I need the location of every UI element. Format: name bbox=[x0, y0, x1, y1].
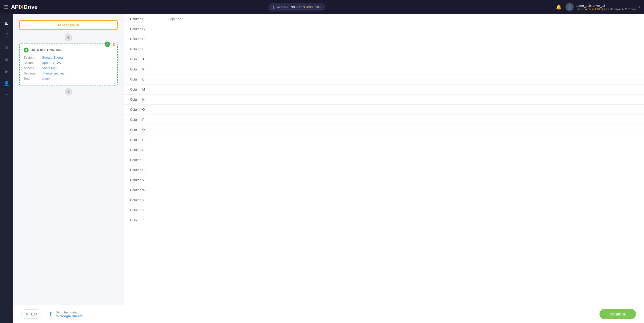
column-row: Column Q bbox=[124, 125, 644, 135]
sidebar-item-integrations[interactable]: ⚙ bbox=[2, 54, 12, 64]
avatar: 👤 bbox=[566, 3, 574, 11]
sidebar-item-billing[interactable]: $ bbox=[2, 42, 12, 52]
access-label: Access bbox=[24, 66, 40, 70]
card-row-test: Test check bbox=[24, 77, 113, 80]
card-delete-icon[interactable]: 🗑 bbox=[111, 42, 117, 47]
column-row: Column P bbox=[124, 115, 644, 125]
column-row: Column O bbox=[124, 105, 644, 115]
column-name: Column Y bbox=[130, 208, 170, 212]
info-icon: ℹ bbox=[273, 5, 274, 10]
logo-api: API bbox=[11, 4, 20, 10]
hamburger-icon[interactable]: ☰ bbox=[4, 4, 8, 10]
sidebar-item-video[interactable]: ▶ bbox=[2, 66, 12, 76]
system-value[interactable]: Google Sheets bbox=[42, 56, 63, 59]
column-name: Column L bbox=[130, 77, 170, 81]
column-name: Column S bbox=[130, 148, 170, 152]
logo: APIXDrive bbox=[11, 4, 37, 10]
logo-x: X bbox=[20, 4, 24, 10]
card-row-action: Action Update ROW bbox=[24, 61, 113, 65]
settings-label: Settings bbox=[24, 71, 40, 75]
column-name: Column O bbox=[130, 108, 170, 111]
edit-icon: ✏ bbox=[26, 312, 29, 316]
column-name: Column M bbox=[130, 88, 170, 91]
actions-count: 388 of 100'000 (0%) bbox=[291, 5, 320, 9]
user-details: demo_apix-drive_s3 Plan | Premium PRO | … bbox=[576, 4, 636, 11]
column-row: Column U bbox=[124, 165, 644, 175]
add-button-top[interactable]: + bbox=[65, 34, 72, 42]
chevron-down-icon: ▾ bbox=[638, 5, 640, 9]
source-card: DATA SOURCE bbox=[19, 20, 118, 30]
sidebar-item-help[interactable]: ? bbox=[2, 91, 12, 101]
card-row-system: System Google Sheets bbox=[24, 56, 113, 59]
column-name: Column I bbox=[130, 47, 170, 51]
main-wrapper: DATA SOURCE + ✓ 🗑 3 DATA DESTINATION Sys… bbox=[13, 14, 644, 323]
column-list: Column F opened Column G Column H Column… bbox=[124, 14, 644, 225]
actions-label: Actions: bbox=[277, 5, 289, 9]
card-row-access: Access Andrii Mav bbox=[24, 66, 113, 70]
card-title: DATA DESTINATION bbox=[31, 48, 62, 52]
column-row: Column Y bbox=[124, 205, 644, 215]
source-card-label: DATA SOURCE bbox=[57, 23, 80, 27]
column-name: Column T bbox=[130, 158, 170, 162]
column-row: Column L bbox=[124, 74, 644, 85]
column-name: Column W bbox=[130, 188, 170, 192]
column-name: Column H bbox=[130, 37, 170, 41]
column-name: Column Q bbox=[130, 128, 170, 132]
settings-value[interactable]: change settings bbox=[42, 71, 65, 75]
card-check-icon: ✓ bbox=[105, 42, 110, 47]
column-name: Column Z bbox=[130, 218, 170, 222]
user-menu[interactable]: 👤 demo_apix-drive_s3 Plan | Premium PRO … bbox=[566, 3, 640, 11]
column-row: Column N bbox=[124, 95, 644, 105]
header-right: 🔔 👤 demo_apix-drive_s3 Plan | Premium PR… bbox=[556, 3, 640, 11]
bottom-left: ✏ Edit ⬆ Send test data to Google Sheets bbox=[21, 309, 83, 319]
left-panel: DATA SOURCE + ✓ 🗑 3 DATA DESTINATION Sys… bbox=[13, 14, 124, 323]
main-header: ☰ APIXDrive ℹ Actions: 388 of 100'000 (0… bbox=[0, 0, 644, 14]
card-number: 3 bbox=[24, 48, 29, 53]
column-row: Column F opened bbox=[124, 14, 644, 24]
sidebar-item-profile[interactable]: 👤 bbox=[2, 78, 12, 89]
edit-label: Edit bbox=[31, 312, 37, 316]
add-button-bottom[interactable]: + bbox=[65, 88, 72, 96]
column-row: Column X bbox=[124, 195, 644, 205]
column-row: Column T bbox=[124, 155, 644, 165]
column-name: Column G bbox=[130, 27, 170, 31]
header-left: ☰ APIXDrive bbox=[4, 4, 37, 10]
continue-button[interactable]: Continue bbox=[599, 309, 636, 319]
send-text: Send test data to Google Sheets bbox=[56, 310, 83, 318]
column-row: Column R bbox=[124, 135, 644, 145]
action-value[interactable]: Update ROW bbox=[42, 61, 61, 65]
logo-drive: Drive bbox=[24, 4, 37, 10]
edit-button[interactable]: ✏ Edit bbox=[21, 309, 42, 319]
send-test-button[interactable]: ⬆ Send test data to Google Sheets bbox=[48, 310, 83, 318]
column-row: Column G bbox=[124, 24, 644, 34]
sidebar-item-flows[interactable]: ⠿ bbox=[2, 30, 12, 40]
bell-icon[interactable]: 🔔 bbox=[556, 4, 561, 10]
user-plan: Plan | Premium PRO | left until payment … bbox=[576, 8, 636, 11]
column-name: Column F bbox=[130, 17, 170, 21]
system-label: System bbox=[24, 56, 40, 59]
send-icon: ⬆ bbox=[48, 311, 53, 318]
sidebar-item-home[interactable]: ⊞ bbox=[2, 18, 12, 28]
column-row: Column M bbox=[124, 85, 644, 95]
card-header: 3 DATA DESTINATION bbox=[24, 48, 113, 53]
column-row: Column K bbox=[124, 64, 644, 74]
access-value[interactable]: Andrii Mav bbox=[42, 66, 57, 70]
column-name: Column X bbox=[130, 198, 170, 202]
column-row: Column J bbox=[124, 54, 644, 64]
right-panel: Column F opened Column G Column H Column… bbox=[124, 14, 644, 323]
test-label: Test bbox=[24, 77, 40, 80]
column-name: Column V bbox=[130, 178, 170, 182]
test-value[interactable]: check bbox=[42, 77, 50, 80]
send-service-label: to Google Sheets bbox=[56, 314, 83, 318]
column-name: Column R bbox=[130, 138, 170, 142]
actions-limit: 100'000 bbox=[301, 5, 313, 9]
bottom-bar: ✏ Edit ⬆ Send test data to Google Sheets… bbox=[13, 305, 644, 323]
destination-card: ✓ 🗑 3 DATA DESTINATION System Google She… bbox=[19, 44, 118, 86]
column-name: Column P bbox=[130, 118, 170, 122]
column-value: opened bbox=[170, 17, 181, 21]
actions-counter: ℹ Actions: 388 of 100'000 (0%) bbox=[268, 3, 325, 11]
column-row: Column Z bbox=[124, 215, 644, 225]
card-row-settings: Settings change settings bbox=[24, 71, 113, 75]
sidebar: ⊞ ⠿ $ ⚙ ▶ 👤 ? bbox=[0, 14, 13, 323]
column-row: Column V bbox=[124, 175, 644, 185]
